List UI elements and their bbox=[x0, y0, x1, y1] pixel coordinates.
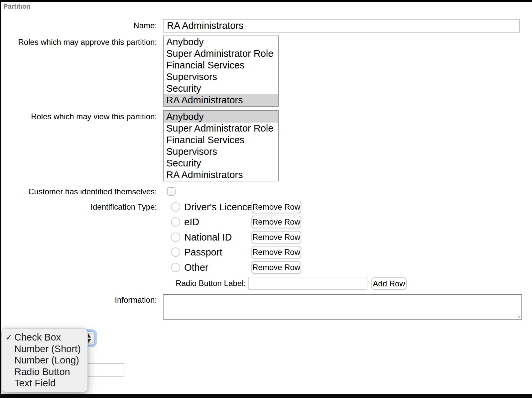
identification-option-label: Driver's Licence bbox=[184, 200, 252, 214]
add-row-button[interactable]: Add Row bbox=[371, 277, 407, 290]
approve-option[interactable]: Security bbox=[164, 83, 278, 94]
radio-button-icon[interactable] bbox=[171, 217, 180, 227]
view-option[interactable]: Financial Services bbox=[164, 134, 278, 146]
checkmark-icon: ✓ bbox=[5, 332, 14, 343]
identification-option-label: Other bbox=[184, 261, 208, 274]
remove-row-button[interactable]: Remove Row bbox=[251, 231, 301, 244]
view-option-selected[interactable]: Anybody bbox=[164, 111, 278, 123]
remove-row-button[interactable]: Remove Row bbox=[251, 216, 301, 228]
customer-identified-label: Customer has identified themselves: bbox=[0, 186, 157, 197]
radio-button-icon[interactable] bbox=[171, 248, 180, 257]
remove-row-button[interactable]: Remove Row bbox=[251, 201, 301, 213]
radio-button-label-label: Radio Button Label: bbox=[0, 277, 246, 290]
resize-handle-icon[interactable] bbox=[515, 313, 520, 318]
field-type-dropdown-menu: ✓ Check Box Number (Short) Number (Long)… bbox=[1, 328, 88, 392]
page-top-border bbox=[0, 0, 532, 2]
menu-item-check-box[interactable]: ✓ Check Box bbox=[2, 332, 87, 343]
view-roles-label: Roles which may view this partition: bbox=[0, 111, 157, 122]
menu-item-number-short[interactable]: Number (Short) bbox=[2, 343, 87, 355]
page-bottom-border bbox=[0, 394, 532, 398]
menu-item-label: Number (Short) bbox=[14, 344, 81, 354]
identification-option-label: eID bbox=[184, 215, 199, 229]
approve-option[interactable]: Supervisors bbox=[164, 71, 278, 83]
approve-roles-listbox[interactable]: Anybody Super Administrator Role Financi… bbox=[163, 36, 279, 107]
view-option[interactable]: Supervisors bbox=[164, 146, 278, 157]
identification-row: Other Remove Row bbox=[171, 261, 404, 274]
identification-type-label: Identification Type: bbox=[0, 200, 157, 214]
menu-item-text-field[interactable]: Text Field bbox=[2, 377, 87, 389]
customer-identified-checkbox[interactable] bbox=[167, 187, 176, 196]
view-option[interactable]: RA Administrators bbox=[164, 169, 278, 181]
name-input[interactable] bbox=[163, 19, 520, 33]
menu-item-label: Number (Long) bbox=[14, 355, 79, 365]
approve-roles-label: Roles which may approve this partition: bbox=[0, 37, 157, 48]
information-label: Information: bbox=[0, 294, 157, 306]
identification-row: Passport Remove Row bbox=[171, 246, 404, 259]
menu-item-label: Text Field bbox=[14, 378, 56, 388]
identification-option-label: National ID bbox=[184, 231, 232, 244]
information-textarea[interactable] bbox=[163, 294, 522, 320]
menu-item-radio-button[interactable]: Radio Button bbox=[2, 366, 87, 378]
identification-row: National ID Remove Row bbox=[171, 231, 404, 244]
name-label: Name: bbox=[0, 19, 157, 32]
menu-item-label: Radio Button bbox=[14, 366, 70, 377]
view-roles-listbox[interactable]: Anybody Super Administrator Role Financi… bbox=[163, 110, 279, 181]
menu-item-number-long[interactable]: Number (Long) bbox=[2, 354, 87, 366]
identification-row: Driver's Licence Remove Row bbox=[171, 200, 404, 214]
section-title: Partition bbox=[3, 3, 30, 10]
view-option[interactable]: Security bbox=[164, 157, 278, 169]
menu-item-label: Check Box bbox=[14, 332, 61, 343]
remove-row-button[interactable]: Remove Row bbox=[251, 261, 301, 274]
approve-option[interactable]: Anybody bbox=[164, 36, 278, 48]
approve-option[interactable]: Super Administrator Role bbox=[164, 48, 278, 59]
radio-button-icon[interactable] bbox=[171, 263, 180, 272]
radio-button-icon[interactable] bbox=[171, 233, 180, 242]
identification-option-label: Passport bbox=[184, 246, 222, 259]
partition-form-page: Partition Name: Roles which may approve … bbox=[0, 0, 532, 398]
identification-row: eID Remove Row bbox=[171, 215, 404, 229]
radio-button-icon[interactable] bbox=[171, 202, 180, 212]
remove-row-button[interactable]: Remove Row bbox=[251, 246, 301, 258]
approve-option[interactable]: Financial Services bbox=[164, 59, 278, 71]
view-option[interactable]: Super Administrator Role bbox=[164, 123, 278, 134]
radio-button-label-input[interactable] bbox=[248, 277, 367, 290]
approve-option-selected[interactable]: RA Administrators bbox=[164, 94, 278, 106]
